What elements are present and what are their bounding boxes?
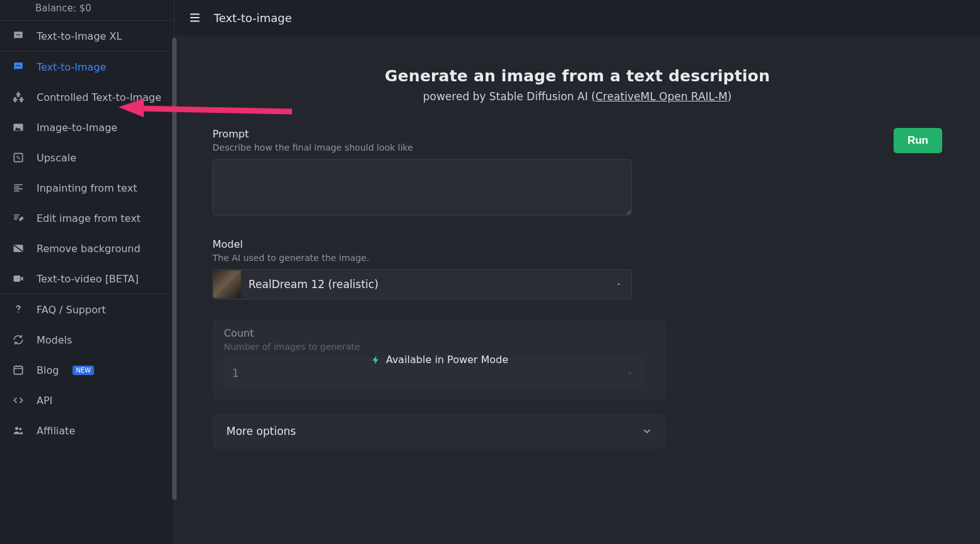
sidebar-item-remove-bg[interactable]: Remove background <box>0 233 174 263</box>
chevron-down-icon <box>615 281 622 288</box>
more-options[interactable]: More options <box>213 414 667 449</box>
prompt-sublabel: Describe how the final image should look… <box>213 142 667 153</box>
lines-icon <box>11 181 25 195</box>
svg-point-2 <box>20 34 21 35</box>
sidebar-item-label: FAQ / Support <box>37 304 106 316</box>
model-select[interactable]: RealDream 12 (realistic) <box>213 269 632 299</box>
question-icon <box>11 303 25 316</box>
run-button[interactable]: Run <box>894 128 942 153</box>
topbar: Text-to-image <box>175 0 980 35</box>
prompt-label: Prompt <box>213 128 667 140</box>
sidebar-item-label: Edit image from text <box>37 212 141 224</box>
sidebar-item-affiliate[interactable]: Affiliate <box>0 415 174 446</box>
sidebar-item-label: Affiliate <box>37 425 75 437</box>
edit-icon <box>11 211 25 225</box>
sidebar-item-label: Blog <box>37 364 59 376</box>
count-selected: 1 <box>232 367 239 379</box>
sidebar-item-edit-image[interactable]: Edit image from text <box>0 203 174 233</box>
sidebar-item-label: Text-to-Image XL <box>37 30 122 42</box>
count-section: Count Number of images to generate 1 Ava… <box>213 320 667 400</box>
sidebar-item-text-to-image[interactable]: Text-to-Image <box>0 52 174 82</box>
sidebar-item-models[interactable]: Models <box>0 325 174 355</box>
new-badge: NEW <box>73 366 94 375</box>
svg-point-13 <box>19 428 21 431</box>
sidebar-item-faq[interactable]: FAQ / Support <box>0 294 174 325</box>
expand-icon <box>11 151 25 165</box>
sidebar-item-label: Text-to-video [BETA] <box>37 273 139 285</box>
heading: Generate an image from a text descriptio… <box>213 67 942 103</box>
model-thumb <box>213 270 241 298</box>
calendar-icon <box>11 363 25 377</box>
sidebar-item-label: Upscale <box>37 152 76 164</box>
sidebar-item-label: API <box>37 395 52 407</box>
sidebar-item-label: Inpainting from text <box>37 182 137 194</box>
form-column: Prompt Describe how the final image shou… <box>213 128 667 449</box>
chevron-down-icon <box>626 369 634 377</box>
svg-point-3 <box>16 65 18 66</box>
video-icon <box>11 272 25 286</box>
sidebar-item-label: Controlled Text-to-Image <box>37 91 161 103</box>
chat-icon <box>11 60 25 74</box>
page-title: Text-to-image <box>214 11 292 25</box>
sidebar-item-label: Text-to-Image <box>37 61 106 73</box>
sidebar-item-label: Image-to-Image <box>37 122 117 134</box>
refresh-icon <box>11 333 25 347</box>
sidebar-item-blog[interactable]: Blog NEW <box>0 355 174 385</box>
sidebar: Balance: $0 Text-to-Image XL Text-to-Ima… <box>0 0 175 544</box>
svg-point-10 <box>18 311 19 313</box>
remove-bg-icon <box>11 241 25 255</box>
svg-rect-9 <box>14 275 21 282</box>
sidebar-item-label: Models <box>37 334 72 346</box>
sidebar-item-image-to-image[interactable]: Image-to-Image <box>0 112 174 142</box>
license-link[interactable]: CreativeML Open RAIL-M <box>595 90 727 103</box>
svg-point-12 <box>15 427 18 430</box>
chevron-down-icon <box>641 425 653 437</box>
svg-point-0 <box>16 34 18 35</box>
model-label: Model <box>213 238 667 250</box>
content: Generate an image from a text descriptio… <box>175 35 980 474</box>
heading-sub: powered by Stable Diffusion AI (Creative… <box>213 90 942 103</box>
hamburger-icon[interactable] <box>187 10 202 25</box>
main: Text-to-image Generate an image from a t… <box>175 0 980 544</box>
heading-sub-suffix: ) <box>728 90 732 103</box>
svg-point-1 <box>18 34 19 35</box>
svg-point-5 <box>20 65 21 66</box>
count-label: Count <box>224 327 655 339</box>
sidebar-item-text-to-image-xl[interactable]: Text-to-Image XL <box>0 21 174 51</box>
sidebar-item-controlled[interactable]: Controlled Text-to-Image <box>0 82 174 112</box>
model-sublabel: The AI used to generate the image. <box>213 253 667 263</box>
sidebar-item-text-to-video[interactable]: Text-to-video [BETA] <box>0 263 174 294</box>
sidebar-item-upscale[interactable]: Upscale <box>0 142 174 173</box>
code-icon <box>11 393 25 407</box>
heading-title: Generate an image from a text descriptio… <box>213 67 942 85</box>
sidebar-item-inpainting[interactable]: Inpainting from text <box>0 173 174 203</box>
model-selected: RealDream 12 (realistic) <box>248 278 378 291</box>
count-sublabel: Number of images to generate <box>224 342 655 352</box>
heading-sub-prefix: powered by Stable Diffusion AI ( <box>423 90 595 103</box>
balance-label: Balance: $0 <box>0 0 174 20</box>
more-options-label: More options <box>226 425 296 437</box>
sliders-icon <box>11 90 25 104</box>
svg-point-4 <box>18 65 19 66</box>
image-icon <box>11 120 25 134</box>
sidebar-item-api[interactable]: API <box>0 385 174 415</box>
count-select: 1 <box>224 358 643 388</box>
svg-rect-11 <box>14 366 22 374</box>
sidebar-item-label: Remove background <box>37 243 141 255</box>
chat-icon <box>11 29 25 43</box>
people-icon <box>11 424 25 437</box>
prompt-input[interactable] <box>213 159 632 216</box>
